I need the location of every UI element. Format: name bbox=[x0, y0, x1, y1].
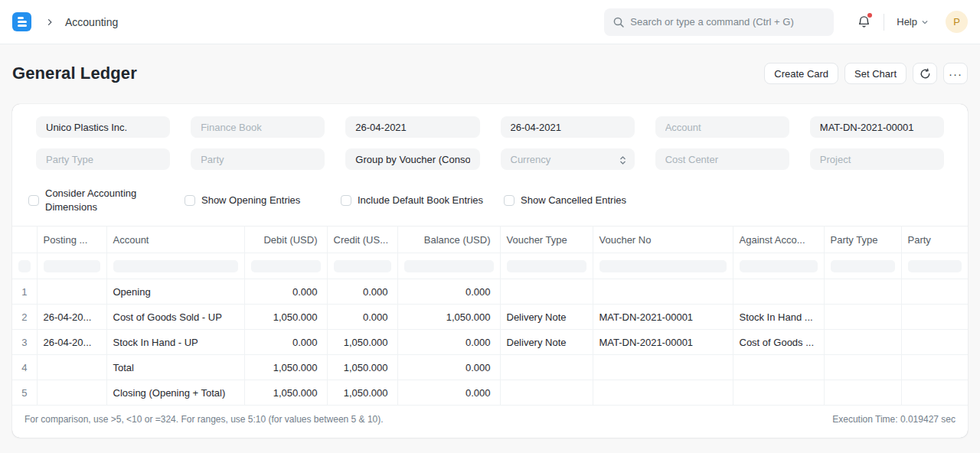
col-posting-date[interactable]: Posting ... bbox=[37, 226, 106, 253]
help-label: Help bbox=[897, 16, 917, 28]
filter-from-date bbox=[345, 116, 479, 138]
filter-voucher-no bbox=[810, 116, 944, 138]
column-filter-input[interactable] bbox=[831, 260, 895, 272]
table-row[interactable]: 4 Total 1,050.000 1,050.000 0.000 bbox=[12, 355, 968, 380]
col-voucher-no[interactable]: Voucher No bbox=[593, 226, 733, 253]
to-date-input[interactable] bbox=[501, 116, 635, 138]
column-filter-input[interactable] bbox=[908, 260, 962, 272]
checkbox-consider-accounting-dimensions[interactable]: Consider Accounting Dimensions bbox=[28, 187, 164, 213]
search-icon bbox=[612, 16, 625, 31]
currency-select[interactable] bbox=[501, 148, 635, 170]
checkbox-show-opening-entries[interactable]: Show Opening Entries bbox=[185, 187, 320, 213]
col-account[interactable]: Account bbox=[106, 226, 244, 253]
set-chart-button[interactable]: Set Chart bbox=[844, 63, 906, 84]
app-logo-icon[interactable] bbox=[12, 12, 31, 31]
column-filter-input[interactable] bbox=[18, 260, 31, 272]
table-row[interactable]: 3 26-04-20... Stock In Hand - UP 0.000 1… bbox=[12, 330, 968, 355]
ellipsis-icon: ··· bbox=[949, 67, 962, 80]
table-row[interactable]: 2 26-04-20... Cost of Goods Sold - UP 1,… bbox=[12, 305, 968, 330]
navbar-divider bbox=[884, 14, 884, 31]
refresh-icon bbox=[920, 68, 931, 80]
group-by-input[interactable] bbox=[345, 148, 479, 170]
filter-project bbox=[810, 148, 944, 170]
project-input[interactable] bbox=[810, 148, 944, 170]
filter-account bbox=[655, 116, 789, 138]
checkbox-include-default-book-entries[interactable]: Include Default Book Entries bbox=[341, 187, 483, 213]
column-filter-input[interactable] bbox=[334, 260, 391, 272]
cost-center-input[interactable] bbox=[655, 148, 789, 170]
chevron-right-icon bbox=[45, 18, 54, 27]
column-filter-input[interactable] bbox=[507, 260, 586, 272]
consider-accounting-dimensions-checkbox[interactable] bbox=[28, 195, 39, 206]
filter-group-by bbox=[345, 148, 479, 170]
table-row[interactable]: 1 Opening 0.000 0.000 0.000 bbox=[12, 279, 968, 305]
column-filter-input[interactable] bbox=[404, 260, 494, 272]
table-row[interactable]: 5 Closing (Opening + Total) 1,050.000 1,… bbox=[12, 380, 968, 406]
notifications-bell-icon[interactable] bbox=[857, 15, 871, 29]
filter-to-date bbox=[501, 116, 635, 138]
show-opening-entries-checkbox[interactable] bbox=[185, 195, 195, 206]
table-filter-row bbox=[12, 253, 968, 279]
table-header-row: Posting ... Account Debit (USD) Credit (… bbox=[12, 226, 968, 253]
avatar[interactable]: P bbox=[946, 11, 968, 33]
column-filter-input[interactable] bbox=[251, 260, 321, 272]
menu-button[interactable]: ··· bbox=[943, 63, 968, 84]
filter-finance-book bbox=[191, 116, 325, 138]
from-date-input[interactable] bbox=[345, 116, 479, 138]
execution-time: Execution Time: 0.019427 sec bbox=[832, 414, 956, 425]
create-card-button[interactable]: Create Card bbox=[764, 63, 838, 84]
chevron-down-icon bbox=[921, 18, 929, 26]
column-filter-input[interactable] bbox=[113, 260, 238, 272]
checkbox-show-cancelled-entries[interactable]: Show Cancelled Entries bbox=[504, 187, 639, 213]
navbar: Accounting Help P bbox=[0, 0, 980, 44]
company-input[interactable] bbox=[36, 116, 170, 138]
voucher-no-input[interactable] bbox=[810, 116, 944, 138]
global-search bbox=[604, 8, 834, 36]
report-filters bbox=[12, 104, 968, 170]
col-balance[interactable]: Balance (USD) bbox=[397, 226, 500, 253]
account-input[interactable] bbox=[655, 116, 789, 138]
party-type-input[interactable] bbox=[36, 148, 170, 170]
search-input[interactable] bbox=[604, 8, 834, 36]
col-against-account[interactable]: Against Acco... bbox=[733, 226, 824, 253]
refresh-button[interactable] bbox=[913, 63, 937, 84]
filter-party-type bbox=[36, 148, 170, 170]
col-voucher-type[interactable]: Voucher Type bbox=[500, 226, 593, 253]
column-filter-input[interactable] bbox=[740, 260, 818, 272]
report-checkboxes: Consider Accounting Dimensions Show Open… bbox=[12, 181, 968, 213]
notification-dot bbox=[867, 13, 872, 18]
filter-currency bbox=[501, 148, 635, 170]
page-header: General Ledger Create Card Set Chart ··· bbox=[0, 44, 980, 104]
report-table: Posting ... Account Debit (USD) Credit (… bbox=[12, 226, 968, 406]
include-default-book-entries-checkbox[interactable] bbox=[341, 195, 351, 206]
show-cancelled-entries-checkbox[interactable] bbox=[504, 195, 514, 206]
breadcrumb[interactable]: Accounting bbox=[65, 16, 118, 28]
col-party-type[interactable]: Party Type bbox=[824, 226, 901, 253]
finance-book-input[interactable] bbox=[191, 116, 325, 138]
report-card: Consider Accounting Dimensions Show Open… bbox=[12, 104, 968, 438]
help-menu[interactable]: Help bbox=[897, 16, 929, 28]
column-filter-input[interactable] bbox=[44, 260, 100, 272]
avatar-initial: P bbox=[953, 16, 960, 28]
col-party[interactable]: Party bbox=[901, 226, 968, 253]
col-credit[interactable]: Credit (US... bbox=[327, 226, 397, 253]
filter-company bbox=[36, 116, 170, 138]
col-index bbox=[12, 226, 37, 253]
report-footer: For comparison, use >5, <10 or =324. For… bbox=[12, 406, 968, 433]
filter-cost-center bbox=[655, 148, 789, 170]
col-debit[interactable]: Debit (USD) bbox=[244, 226, 327, 253]
column-filter-input[interactable] bbox=[599, 260, 727, 272]
page-title: General Ledger bbox=[12, 64, 137, 83]
party-input[interactable] bbox=[191, 148, 325, 170]
comparison-hint: For comparison, use >5, <10 or =324. For… bbox=[24, 414, 384, 425]
filter-party bbox=[191, 148, 325, 170]
